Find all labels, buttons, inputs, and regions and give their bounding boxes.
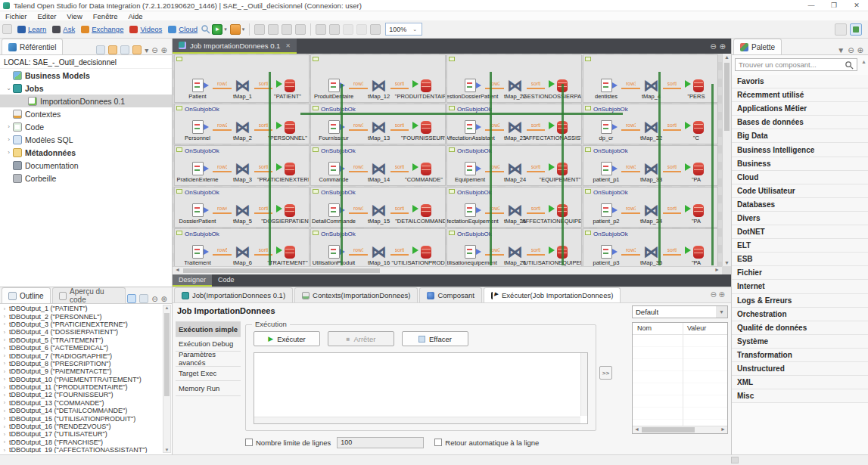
subjob[interactable]: OnSubjobOk Personnel row2 (Main) xyxy=(174,104,310,144)
subjob-collapse-icon[interactable] xyxy=(585,189,591,194)
canvas-vertical-scrollbar[interactable]: ▲ ▼ xyxy=(722,54,731,266)
output-db-component-icon[interactable] xyxy=(421,163,431,175)
view-menu-icon[interactable]: ▾ xyxy=(145,46,148,54)
input-component-icon[interactable] xyxy=(192,79,204,92)
run-job-icon[interactable] xyxy=(212,24,222,35)
expander-icon[interactable]: › xyxy=(5,123,13,130)
expand-context-button[interactable]: >> xyxy=(599,366,612,380)
expander-icon[interactable]: › xyxy=(0,424,9,429)
tree-item[interactable]: › Modèles SQL xyxy=(0,133,172,146)
subjob[interactable]: ProduitDentaire row11 (Main) ⋈ tMap_12 xyxy=(310,54,446,103)
context-select[interactable]: Default ▼ xyxy=(632,305,728,318)
outline-item[interactable]: › tDBOutput_3 ("PRATICIENEXTERNE") xyxy=(0,321,163,328)
tmap-component-icon[interactable]: ⋈ xyxy=(644,162,659,175)
subjob[interactable]: OnSubjobOk Commande row13 (Main) xyxy=(310,145,446,186)
subjob-collapse-icon[interactable] xyxy=(449,57,455,61)
expander-icon[interactable]: › xyxy=(0,330,9,335)
detect-connection-icon[interactable] xyxy=(230,24,241,35)
scroll-right-icon[interactable]: ► xyxy=(714,267,720,272)
output-db-component-icon[interactable] xyxy=(421,79,431,92)
save-all-icon[interactable] xyxy=(2,24,12,34)
search-icon[interactable] xyxy=(201,24,210,34)
palette-category[interactable]: Divers xyxy=(732,212,868,225)
import-items-icon[interactable] xyxy=(295,24,306,35)
scroll-left-icon[interactable]: ◄ xyxy=(175,267,180,272)
minimize-editor-icon[interactable]: ⊖ xyxy=(710,42,716,51)
subjob-collapse-icon[interactable] xyxy=(449,147,455,152)
expander-icon[interactable]: › xyxy=(0,448,9,453)
bottom-tab[interactable]: Composant xyxy=(419,287,482,302)
tmap-component-icon[interactable]: ⋈ xyxy=(508,79,523,92)
menu-item[interactable]: Fichier xyxy=(0,12,33,20)
output-db-component-icon[interactable] xyxy=(285,163,295,175)
subjob[interactable]: OnSubjobOk DetailCommande row14 (Main) xyxy=(310,187,446,228)
outline-item[interactable]: › tDBOutput_9 ("PAIEMENTACTE") xyxy=(0,367,163,375)
filter-icon[interactable]: ▼ xyxy=(837,46,845,54)
subjob-collapse-icon[interactable] xyxy=(176,231,182,235)
expander-icon[interactable]: › xyxy=(0,314,9,319)
restore-window-icon[interactable]: ❐ xyxy=(823,2,845,9)
maximize-editor-icon[interactable]: ⊕ xyxy=(720,42,726,51)
tree-item[interactable]: › Code xyxy=(0,120,172,133)
tmap-component-icon[interactable]: ⋈ xyxy=(235,79,250,92)
palette-category[interactable]: Code Utilisateur xyxy=(732,184,868,198)
tmap-component-icon[interactable]: ⋈ xyxy=(372,120,387,134)
tree-item[interactable]: Contextes xyxy=(0,107,172,120)
expander-icon[interactable]: › xyxy=(0,416,9,421)
input-component-icon[interactable] xyxy=(465,162,476,175)
subjob-collapse-icon[interactable] xyxy=(449,106,455,110)
stop-button[interactable]: ■Arrêter xyxy=(328,331,394,346)
outline-item[interactable]: › tDBOutput_5 ("TRAITEMENT") xyxy=(0,336,163,344)
refresh-icon[interactable] xyxy=(120,45,129,54)
screenshot-icon[interactable] xyxy=(370,24,381,35)
maximize-panel-icon[interactable]: ⊕ xyxy=(161,295,167,303)
run-menu-item[interactable]: Paramètres avancés xyxy=(176,352,241,367)
subjob-collapse-icon[interactable] xyxy=(313,147,319,152)
scroll-down-icon[interactable]: ▼ xyxy=(723,260,731,265)
subjob[interactable]: OnSubjobOk patient_p1 row33 (Main) xyxy=(583,145,718,186)
minimize-panel-icon[interactable]: ⊖ xyxy=(710,290,716,299)
run-menu-item[interactable]: Memory Run xyxy=(176,381,241,396)
output-db-component-icon[interactable] xyxy=(285,246,295,259)
subjob-collapse-icon[interactable] xyxy=(313,57,319,61)
tree-view-icon[interactable] xyxy=(127,294,136,303)
input-component-icon[interactable] xyxy=(192,120,204,134)
perspective-active-icon[interactable] xyxy=(850,23,862,36)
subjob[interactable]: OnSubjobOk DossierPatient row4 (Main) xyxy=(174,187,310,228)
maximize-panel-icon[interactable]: ⊕ xyxy=(857,46,863,54)
tmap-component-icon[interactable]: ⋈ xyxy=(508,203,523,217)
input-component-icon[interactable] xyxy=(601,120,612,134)
word-wrap-checkbox[interactable] xyxy=(434,439,442,446)
link-with-editor-icon[interactable] xyxy=(108,45,117,54)
palette-category[interactable]: ELT xyxy=(732,239,868,253)
clear-button[interactable]: Effacer xyxy=(402,331,468,346)
close-window-icon[interactable]: ✕ xyxy=(845,2,868,9)
expander-icon[interactable]: › xyxy=(0,377,9,382)
subjob[interactable]: OnSubjobOk UtilisationProduit row15 (Mai… xyxy=(310,228,446,266)
input-component-icon[interactable] xyxy=(328,162,340,175)
subjob-collapse-icon[interactable] xyxy=(585,57,591,61)
context-table-scrollbar[interactable]: ◄ ► xyxy=(633,426,727,433)
scroll-up-icon[interactable]: ▲ xyxy=(163,305,170,310)
subjob-collapse-icon[interactable] xyxy=(176,147,182,152)
toolbar-link[interactable]: Ask xyxy=(52,25,75,33)
run-menu-item[interactable]: Exécution Debug xyxy=(176,337,241,352)
tmap-component-icon[interactable]: ⋈ xyxy=(644,203,659,217)
bottom-tab[interactable]: Job(ImportationDonnees 0.1) xyxy=(174,287,293,302)
toolbar-link[interactable]: Exchange xyxy=(81,25,123,33)
input-component-icon[interactable] xyxy=(601,245,612,259)
tmap-component-icon[interactable]: ⋈ xyxy=(372,245,387,259)
outline-scrollbar[interactable]: ▲ ▼ xyxy=(163,305,171,453)
input-component-icon[interactable] xyxy=(192,245,204,259)
input-component-icon[interactable] xyxy=(328,245,340,259)
tmap-component-icon[interactable]: ⋈ xyxy=(508,162,523,175)
subjob[interactable]: OnSubjobOk PraticienExterne row3 (Main) xyxy=(174,145,310,186)
execute-button[interactable]: ▶Exécuter xyxy=(254,331,320,346)
bottom-tab[interactable]: Exécuter(Job ImportationDonnees) xyxy=(484,287,621,302)
subjob-collapse-icon[interactable] xyxy=(176,106,182,110)
edit-properties-icon[interactable] xyxy=(268,24,278,35)
undo-icon[interactable] xyxy=(343,24,353,35)
tmap-component-icon[interactable]: ⋈ xyxy=(644,245,659,259)
minimize-panel-icon[interactable]: ⊖ xyxy=(848,46,854,54)
palette-category[interactable]: Transformation xyxy=(732,349,868,362)
